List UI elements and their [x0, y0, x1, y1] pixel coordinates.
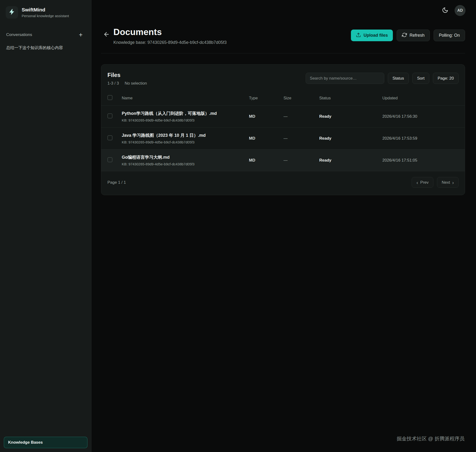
- file-updated: 2026/4/16 17:51:05: [382, 158, 459, 163]
- pagination-footer: Page 1 / 1 ‹ Prev Next ›: [101, 171, 465, 195]
- file-updated: 2026/4/16 17:56:30: [382, 114, 459, 119]
- refresh-label: Refresh: [410, 33, 424, 38]
- sort-button[interactable]: Sort: [412, 73, 429, 84]
- row-checkbox[interactable]: [107, 157, 112, 162]
- file-cell: Go编程语言学习大纲.md KB: 97430265-89d9-4d5e-b9c…: [122, 154, 249, 166]
- column-name: Name: [122, 96, 249, 100]
- file-name: Go编程语言学习大纲.md: [122, 154, 249, 160]
- status-filter-button[interactable]: Status: [388, 73, 409, 84]
- file-type: MD: [249, 158, 284, 163]
- column-updated: Updated: [382, 96, 459, 100]
- chevron-right-icon: ›: [452, 180, 454, 185]
- page-indicator: Page 1 / 1: [107, 180, 126, 185]
- file-status: Ready: [319, 158, 382, 163]
- theme-toggle-button[interactable]: [440, 6, 450, 15]
- file-updated: 2026/4/16 17:53:59: [382, 136, 459, 141]
- upload-files-button[interactable]: Upload files: [351, 30, 393, 41]
- pager: ‹ Prev Next ›: [412, 177, 459, 188]
- file-type: MD: [249, 136, 284, 141]
- column-status: Status: [319, 96, 382, 100]
- polling-toggle-button[interactable]: Polling: On: [434, 30, 465, 41]
- back-button[interactable]: [101, 29, 112, 40]
- conversation-item[interactable]: 总结一下这个知识库的核心内容: [0, 42, 91, 53]
- brand: SwiftMind Personal knowledge assistant: [0, 0, 91, 21]
- table-row[interactable]: Java 学习路线图（2023 年 10 月 1 日）.md KB: 97430…: [101, 127, 465, 149]
- prev-button[interactable]: ‹ Prev: [412, 177, 433, 188]
- knowledge-bases-button[interactable]: Knowledge Bases: [4, 437, 87, 448]
- page-header: Documents Knowledge base: 97430265-89d9-…: [92, 21, 476, 45]
- moon-icon: [442, 7, 448, 14]
- prev-label: Prev: [420, 180, 429, 185]
- brand-text: SwiftMind Personal knowledge assistant: [22, 7, 69, 18]
- file-name: Java 学习路线图（2023 年 10 月 1 日）.md: [122, 133, 249, 138]
- conversations-header: Conversations +: [0, 21, 91, 42]
- file-cell: Java 学习路线图（2023 年 10 月 1 日）.md KB: 97430…: [122, 133, 249, 144]
- add-conversation-button[interactable]: +: [77, 31, 85, 39]
- file-name: Python学习路线（从入门到进阶，可落地版）.md: [122, 111, 249, 116]
- watermark: 掘金技术社区 @ 折腾派程序员: [397, 435, 465, 442]
- files-title: Files: [107, 72, 147, 78]
- files-controls: Status Sort Page: 20: [306, 73, 459, 84]
- header-divider: [101, 53, 465, 53]
- sidebar-spacer: [0, 53, 91, 433]
- table-row[interactable]: Python学习路线（从入门到进阶，可落地版）.md KB: 97430265-…: [101, 105, 465, 127]
- refresh-button[interactable]: Refresh: [397, 30, 430, 41]
- upload-icon: [356, 32, 361, 39]
- file-kb: KB: 97430265-89d9-4d5e-b9cf-dc438b7d05f3: [122, 162, 249, 166]
- next-label: Next: [442, 180, 450, 185]
- files-meta: 1-3 / 3 No selection: [107, 81, 147, 86]
- row-checkbox[interactable]: [107, 135, 112, 140]
- app-name: SwiftMind: [22, 7, 69, 13]
- file-size: —: [284, 158, 319, 163]
- avatar[interactable]: AD: [455, 5, 465, 16]
- page-subtitle: Knowledge base: 97430265-89d9-4d5e-b9cf-…: [113, 40, 227, 45]
- file-type: MD: [249, 114, 284, 119]
- app-root: SwiftMind Personal knowledge assistant C…: [0, 0, 476, 452]
- main-area: AD Documents Knowledge base: 97430265-89…: [92, 0, 476, 452]
- title-block: Documents Knowledge base: 97430265-89d9-…: [113, 27, 227, 45]
- file-status: Ready: [319, 136, 382, 141]
- files-panel: Files 1-3 / 3 No selection Status Sort P…: [101, 64, 465, 195]
- files-selection: No selection: [125, 81, 147, 86]
- search-input[interactable]: [306, 73, 384, 84]
- file-size: —: [284, 136, 319, 141]
- file-cell: Python学习路线（从入门到进阶，可落地版）.md KB: 97430265-…: [122, 111, 249, 122]
- select-all-checkbox[interactable]: [107, 95, 112, 100]
- file-status: Ready: [319, 114, 382, 119]
- table-header: Name Type Size Status Updated: [101, 91, 465, 105]
- upload-files-label: Upload files: [364, 33, 388, 38]
- header-actions: Upload files Refresh Polling: On: [351, 30, 465, 41]
- topbar: AD: [92, 0, 476, 21]
- plus-icon: +: [79, 32, 83, 38]
- sidebar: SwiftMind Personal knowledge assistant C…: [0, 0, 92, 452]
- files-title-block: Files 1-3 / 3 No selection: [107, 72, 147, 86]
- next-button[interactable]: Next ›: [437, 177, 459, 188]
- chevron-left-icon: ‹: [416, 180, 418, 185]
- arrow-left-icon: [103, 31, 110, 38]
- table-row[interactable]: Go编程语言学习大纲.md KB: 97430265-89d9-4d5e-b9c…: [101, 149, 465, 171]
- column-size: Size: [284, 96, 319, 100]
- conversations-label: Conversations: [6, 32, 32, 37]
- file-kb: KB: 97430265-89d9-4d5e-b9cf-dc438b7d05f3: [122, 140, 249, 144]
- file-kb: KB: 97430265-89d9-4d5e-b9cf-dc438b7d05f3: [122, 118, 249, 122]
- refresh-icon: [402, 32, 407, 39]
- row-checkbox[interactable]: [107, 113, 112, 118]
- page-title: Documents: [113, 27, 227, 37]
- column-type: Type: [249, 96, 284, 100]
- files-panel-header: Files 1-3 / 3 No selection Status Sort P…: [101, 65, 465, 91]
- app-logo: [6, 6, 18, 19]
- file-size: —: [284, 114, 319, 119]
- files-range: 1-3 / 3: [107, 81, 119, 86]
- polling-label: Polling: On: [439, 33, 460, 38]
- bolt-icon: [8, 8, 15, 16]
- app-tagline: Personal knowledge assistant: [22, 14, 69, 18]
- page-size-button[interactable]: Page: 20: [433, 73, 459, 84]
